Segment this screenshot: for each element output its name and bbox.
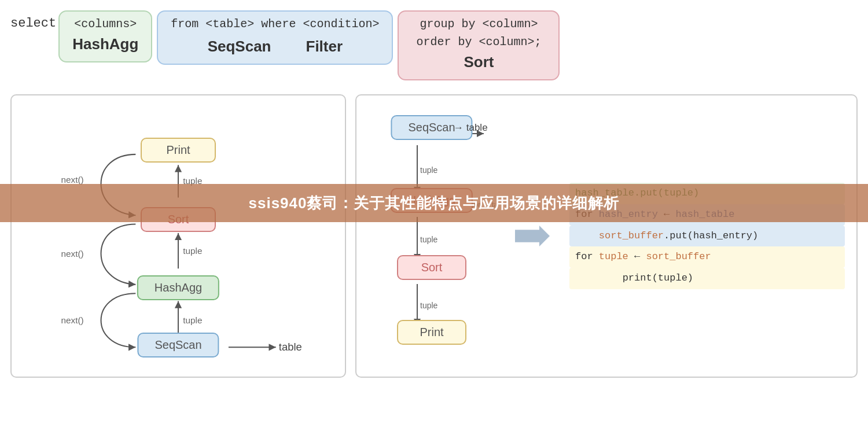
big-arrow-icon xyxy=(515,226,550,246)
svg-text:tuple: tuple xyxy=(183,315,202,325)
seqscan-node-left: SeqScan xyxy=(137,333,219,357)
hashagg-box: <columns> HashAgg xyxy=(58,10,152,62)
sort-box: group by <column> order by <column>; Sor… xyxy=(398,10,560,80)
sort-label: Sort xyxy=(464,53,494,71)
banner-text: ssis940蔡司：关于其性能特点与应用场景的详细解析 xyxy=(249,193,620,213)
table-label-right: → table xyxy=(454,122,488,134)
right-diagram: tuple tuple tuple for tuple ← table SeqS… xyxy=(368,106,495,366)
svg-text:table: table xyxy=(279,341,302,353)
right-section: tuple tuple tuple for tuple ← table SeqS… xyxy=(355,94,858,378)
svg-text:tuple: tuple xyxy=(420,165,438,175)
hashagg-label: HashAgg xyxy=(72,35,138,53)
left-diagram-box: tuple tuple tuple next() next() next() xyxy=(10,94,346,378)
code-line3: sort_buffer.put(hash_entry) xyxy=(569,226,845,247)
sql-select-text: select xyxy=(10,10,56,31)
sort-sql2: order by <column>; xyxy=(416,35,541,49)
big-arrow-container xyxy=(503,106,561,366)
svg-text:tuple: tuple xyxy=(420,235,438,244)
svg-text:next(): next() xyxy=(61,249,84,259)
print-node-left: Print xyxy=(141,138,216,163)
code-line5: print(tuple) xyxy=(569,268,845,289)
top-section: select <columns> HashAgg from <table> wh… xyxy=(0,0,868,80)
left-diagram: tuple tuple tuple next() next() next() xyxy=(25,106,331,366)
hashagg-node-left: HashAgg xyxy=(137,275,219,300)
svg-text:next(): next() xyxy=(61,175,84,185)
code-line4: for tuple ← sort_buffer xyxy=(569,246,845,268)
sort-node-right: Sort xyxy=(397,255,466,280)
code-block-container: hash_table.put(tuple) for hash_entry ← h… xyxy=(569,106,845,366)
hashagg-sql: <columns> xyxy=(74,17,137,31)
seqscan-sql: from <table> where <condition> xyxy=(171,17,379,31)
print-node-right: Print xyxy=(397,320,466,345)
svg-text:tuple: tuple xyxy=(420,301,438,310)
sort-sql1: group by <column> xyxy=(420,17,538,31)
seqscan-label: SeqScan xyxy=(208,38,271,56)
banner: ssis940蔡司：关于其性能特点与应用场景的详细解析 xyxy=(0,184,868,222)
svg-text:tuple: tuple xyxy=(183,246,202,256)
svg-text:next(): next() xyxy=(61,315,84,325)
bottom-section: tuple tuple tuple next() next() next() xyxy=(0,86,868,386)
seqscan-filter-box: from <table> where <condition> SeqScan F… xyxy=(157,10,393,65)
filter-label: Filter xyxy=(306,38,343,56)
